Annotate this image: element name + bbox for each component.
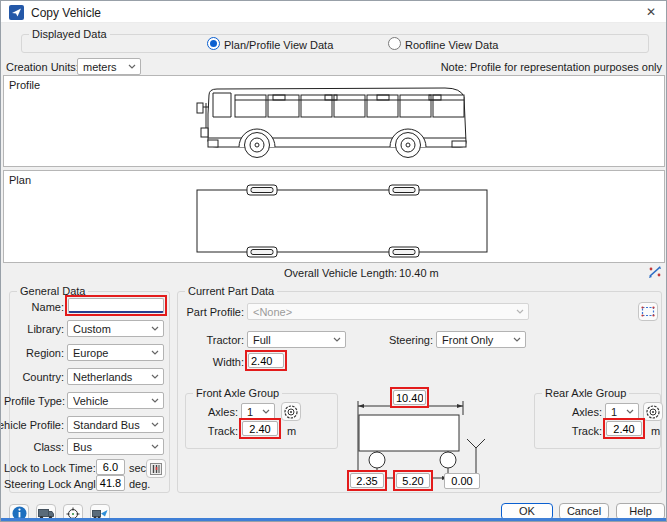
width-highlight-box — [245, 350, 287, 371]
steering-calculator-button[interactable] — [146, 459, 166, 478]
rear-track-label: Track: — [555, 425, 602, 437]
steering-angle-unit: deg. — [129, 478, 150, 490]
rear-axles-label: Axles: — [555, 406, 602, 418]
close-icon[interactable]: ✕ — [646, 5, 656, 19]
chevron-down-icon — [262, 409, 270, 414]
chevron-down-icon — [151, 350, 159, 355]
front-axles-label: Axles: — [191, 406, 238, 418]
chevron-down-icon — [513, 337, 521, 342]
overall-length-highlight-box — [390, 387, 429, 408]
region-dropdown[interactable]: Europe — [67, 344, 164, 361]
tractor-label: Tractor: — [184, 334, 244, 346]
wheelbase-highlight-box — [393, 470, 433, 491]
library-value: Custom — [73, 323, 151, 335]
current-part-data-label: Current Part Data — [185, 285, 277, 297]
front-overhang-highlight-box — [347, 470, 387, 491]
radio-roofline-label: Roofline View Data — [405, 39, 498, 51]
region-label: Region: — [4, 347, 64, 359]
profile-panel: Profile — [3, 75, 665, 167]
rear-track-highlight-box — [603, 418, 645, 439]
app-icon — [9, 5, 24, 20]
gauge-icon — [150, 463, 162, 475]
front-track-highlight-box — [239, 418, 281, 439]
bus-plan-drawing — [196, 189, 488, 253]
creation-units-label: Creation Units: — [6, 61, 79, 73]
chevron-down-icon — [151, 444, 159, 449]
steering-angle-input[interactable] — [96, 475, 125, 491]
steering-mode-dropdown[interactable]: Front Only — [436, 331, 526, 348]
wheel-icon — [284, 405, 298, 419]
country-dropdown[interactable]: Netherlands — [67, 368, 164, 385]
displayed-data-label: Displayed Data — [29, 28, 110, 40]
wheel-icon — [646, 405, 660, 419]
part-profile-value: <None> — [253, 306, 516, 318]
vehicle-profile-value: Standard Bus — [73, 419, 151, 431]
front-track-label: Track: — [191, 425, 238, 437]
wheelbase-input[interactable] — [396, 473, 430, 488]
window-title: Copy Vehicle — [31, 6, 101, 20]
rear-track-unit: m — [651, 425, 660, 437]
name-highlight-box — [65, 295, 167, 316]
chevron-down-icon — [151, 326, 159, 331]
front-axles-value: 1 — [247, 406, 262, 418]
chevron-down-icon — [128, 64, 136, 69]
steering-angle-label: Steering Lock Angle: — [4, 478, 93, 490]
rear-dim-input[interactable] — [444, 473, 480, 489]
radio-plan-profile-label: Plan/Profile View Data — [224, 39, 333, 51]
class-dropdown[interactable]: Bus — [67, 438, 164, 455]
vehicle-profile-label: Vehicle Profile: — [0, 419, 64, 431]
vehicle-profile-dropdown[interactable]: Standard Bus — [67, 416, 164, 433]
rear-axle-label: Rear Axle Group — [542, 387, 629, 399]
titlebar: Copy Vehicle ✕ — [1, 1, 666, 23]
country-value: Netherlands — [73, 371, 151, 383]
dimension-icon[interactable] — [645, 262, 665, 281]
displayed-data-group: Displayed Data — [21, 34, 649, 53]
creation-units-dropdown[interactable]: meters — [77, 58, 141, 75]
part-profile-picker-button[interactable] — [638, 302, 658, 321]
profile-type-label: Profile Type: — [4, 395, 64, 407]
copy-vehicle-dialog: Copy Vehicle ✕ Displayed Data Plan/Profi… — [0, 0, 667, 522]
diagram-overall-length-input[interactable] — [393, 390, 426, 405]
chevron-down-icon — [333, 337, 341, 342]
front-overhang-input[interactable] — [350, 473, 384, 488]
rear-track-input[interactable] — [606, 421, 642, 436]
country-label: Country: — [4, 371, 64, 383]
creation-units-value: meters — [83, 61, 128, 73]
front-wheel-config-button[interactable] — [281, 402, 301, 421]
name-input[interactable] — [68, 298, 164, 313]
front-track-input[interactable] — [242, 421, 278, 436]
selection-box-icon — [641, 306, 655, 317]
window-bottom-edge — [1, 518, 666, 521]
width-label: Width: — [184, 356, 244, 368]
class-value: Bus — [73, 441, 151, 453]
chevron-down-icon — [626, 409, 634, 414]
bus-profile-drawing — [195, 84, 477, 164]
chevron-down-icon — [516, 309, 524, 314]
lock-to-lock-label: Lock to Lock Time: — [4, 462, 93, 474]
measure-glyph — [648, 265, 662, 279]
tractor-value: Full — [253, 334, 333, 346]
lock-to-lock-input[interactable] — [96, 459, 125, 475]
radio-dot — [210, 40, 217, 47]
rear-wheel-config-button[interactable] — [643, 402, 663, 421]
tractor-dropdown[interactable]: Full — [247, 331, 346, 348]
library-dropdown[interactable]: Custom — [67, 320, 164, 337]
part-profile-dropdown[interactable]: <None> — [247, 303, 529, 320]
plan-label: Plan — [9, 174, 31, 186]
profile-type-dropdown[interactable]: Vehicle — [67, 392, 164, 409]
width-input[interactable] — [248, 353, 284, 368]
note-text: Note: Profile for representation purpose… — [441, 61, 662, 73]
name-label: Name: — [4, 301, 64, 313]
plan-panel: Plan — [3, 170, 665, 263]
front-axle-label: Front Axle Group — [193, 387, 282, 399]
steering-mode-value: Front Only — [442, 334, 513, 346]
chevron-down-icon — [151, 422, 159, 427]
part-profile-label: Part Profile: — [184, 306, 244, 318]
profile-type-value: Vehicle — [73, 395, 151, 407]
radio-roofline-view[interactable] — [388, 37, 401, 50]
overall-length-value: 10.40 m — [399, 267, 439, 279]
library-label: Library: — [4, 323, 64, 335]
chevron-down-icon — [151, 374, 159, 379]
radio-plan-profile-view[interactable] — [207, 37, 220, 50]
chevron-down-icon — [151, 398, 159, 403]
